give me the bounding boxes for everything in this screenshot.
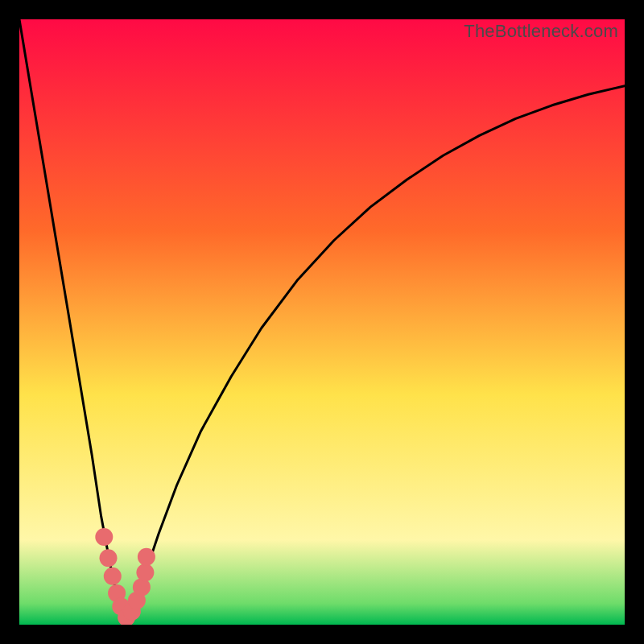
marker-dot <box>95 528 113 546</box>
curve-layer <box>19 19 625 625</box>
chart-frame: TheBottleneck.com <box>0 0 644 644</box>
marker-dot <box>100 549 118 567</box>
marker-dot <box>136 564 154 581</box>
marker-group <box>95 528 155 625</box>
bottleneck-curve <box>19 19 625 617</box>
marker-dot <box>138 548 155 566</box>
plot-area: TheBottleneck.com <box>19 19 625 625</box>
watermark-text: TheBottleneck.com <box>464 21 618 42</box>
marker-dot <box>104 568 122 585</box>
